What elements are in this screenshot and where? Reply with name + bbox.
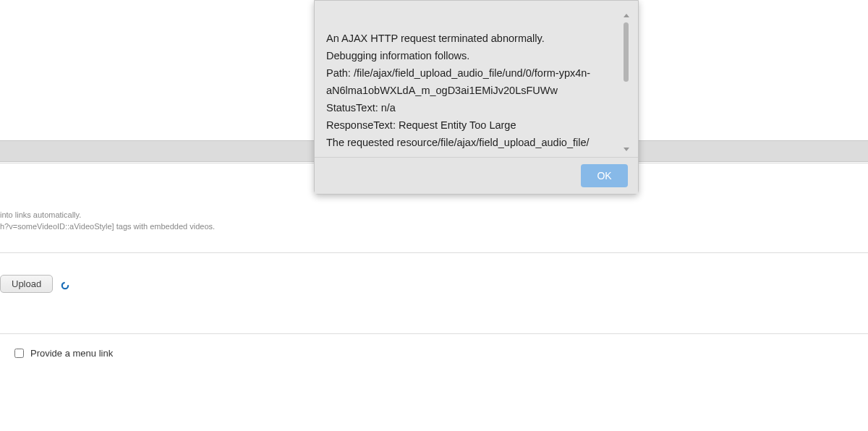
upload-button[interactable]: Upload <box>0 275 53 293</box>
dialog-scrollbar[interactable] <box>622 1 631 157</box>
scroll-up-icon[interactable] <box>624 14 629 17</box>
help-text-line-2: h?v=someVideoID::aVideoStyle] tags with … <box>0 221 215 232</box>
dialog-footer: OK <box>315 157 638 194</box>
loading-spinner-icon <box>61 280 69 289</box>
help-text-line-1: into links automatically. <box>0 209 81 221</box>
scroll-thumb[interactable] <box>624 22 629 82</box>
dialog-message: An AJAX HTTP request terminated abnormal… <box>326 1 622 157</box>
alert-dialog: An AJAX HTTP request terminated abnormal… <box>314 0 639 195</box>
dialog-body: An AJAX HTTP request terminated abnormal… <box>315 1 638 157</box>
svg-point-0 <box>62 283 68 289</box>
menu-link-checkbox[interactable] <box>14 349 24 358</box>
menu-link-label: Provide a menu link <box>30 348 113 359</box>
ok-button[interactable]: OK <box>581 164 628 187</box>
scroll-down-icon[interactable] <box>624 148 629 151</box>
menu-link-checkbox-row[interactable]: Provide a menu link <box>14 348 113 359</box>
divider <box>0 333 868 334</box>
divider <box>0 252 868 253</box>
